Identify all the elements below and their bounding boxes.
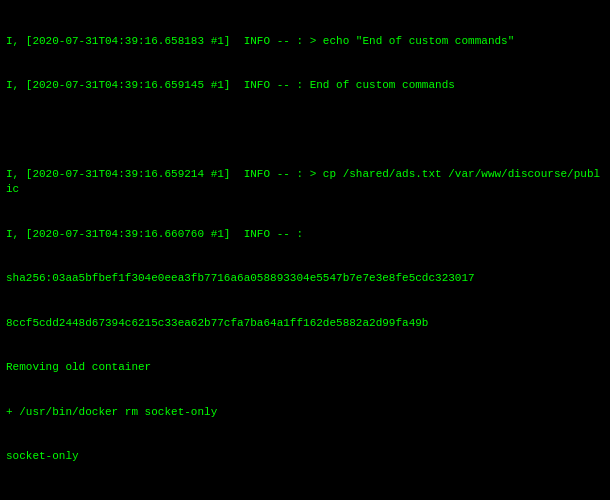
log-line-blank-1 <box>6 123 604 138</box>
log-line-socket-only: socket-only <box>6 449 604 464</box>
log-line-blank-2 <box>6 494 604 500</box>
log-line-4: I, [2020-07-31T04:39:16.660760 #1] INFO … <box>6 227 604 242</box>
log-line-sha256-1: sha256:03aa5bfbef1f304e0eea3fb7716a6a058… <box>6 271 604 286</box>
log-line-removing: Removing old container <box>6 360 604 375</box>
terminal-output: I, [2020-07-31T04:39:16.658183 #1] INFO … <box>6 4 604 500</box>
log-line-3: I, [2020-07-31T04:39:16.659214 #1] INFO … <box>6 167 604 197</box>
log-line-docker-rm: + /usr/bin/docker rm socket-only <box>6 405 604 420</box>
log-line-sha256-2: 8ccf5cdd2448d67394c6215c33ea62b77cfa7ba6… <box>6 316 604 331</box>
log-line-1: I, [2020-07-31T04:39:16.658183 #1] INFO … <box>6 34 604 49</box>
log-line-2: I, [2020-07-31T04:39:16.659145 #1] INFO … <box>6 78 604 93</box>
